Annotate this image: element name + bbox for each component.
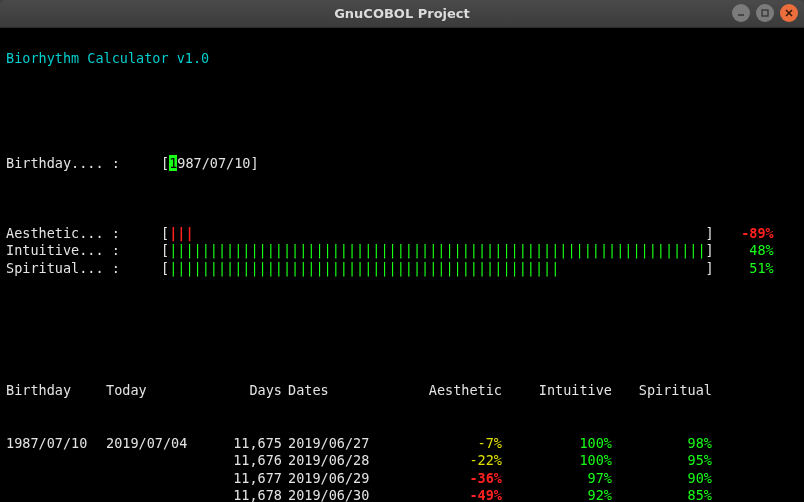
cell-today xyxy=(106,470,206,488)
birthday-input-row[interactable]: Birthday.... : [1987/07/10] xyxy=(6,155,798,173)
bar-aesthetic: Aesthetic... : [||| ]-89% xyxy=(6,225,798,243)
table-header: Birthday Today Days Dates Aesthetic Intu… xyxy=(6,382,798,400)
cell-date: 2019/06/30 xyxy=(288,487,398,502)
cell-aesthetic: -49% xyxy=(398,487,508,502)
birthday-label: Birthday.... : xyxy=(6,155,161,173)
cell-birthday xyxy=(6,452,106,470)
bar-fill: ||||||||||||||||||||||||||||||||||||||||… xyxy=(169,260,559,276)
cell-spiritual: 85% xyxy=(618,487,718,502)
cell-birthday xyxy=(6,487,106,502)
table-row: 11,6772019/06/29-36%97%90% xyxy=(6,470,798,488)
app-title: Biorhythm Calculator v1.0 xyxy=(6,50,209,66)
close-icon xyxy=(784,8,794,18)
cell-intuitive: 92% xyxy=(508,487,618,502)
table-row: 1987/07/102019/07/0411,6752019/06/27-7%1… xyxy=(6,435,798,453)
bar-fill: ||||||||||||||||||||||||||||||||||||||||… xyxy=(169,242,705,258)
cell-intuitive: 100% xyxy=(508,435,618,453)
bar-intuitive: Intuitive... : [||||||||||||||||||||||||… xyxy=(6,242,798,260)
bracket-close: ] xyxy=(250,155,258,171)
bar-pct: 51% xyxy=(714,260,774,278)
birthday-value[interactable]: 987/07/10 xyxy=(177,155,250,171)
table-row: 11,6782019/06/30-49%92%85% xyxy=(6,487,798,502)
cell-today: 2019/07/04 xyxy=(106,435,206,453)
hdr-intuitive: Intuitive xyxy=(508,382,618,400)
cell-date: 2019/06/29 xyxy=(288,470,398,488)
cell-days: 11,678 xyxy=(206,487,288,502)
cell-date: 2019/06/28 xyxy=(288,452,398,470)
bar-fill: ||| xyxy=(169,225,193,241)
cell-date: 2019/06/27 xyxy=(288,435,398,453)
bar-spiritual: Spiritual... : [||||||||||||||||||||||||… xyxy=(6,260,798,278)
minimize-icon xyxy=(736,8,746,18)
cell-spiritual: 95% xyxy=(618,452,718,470)
cell-spiritual: 90% xyxy=(618,470,718,488)
table-row: 11,6762019/06/28-22%100%95% xyxy=(6,452,798,470)
bar-label: Spiritual... : xyxy=(6,260,161,278)
bar-pct: -89% xyxy=(714,225,774,243)
svg-rect-1 xyxy=(762,10,768,16)
window-buttons xyxy=(732,4,798,22)
cell-today xyxy=(106,487,206,502)
cell-spiritual: 98% xyxy=(618,435,718,453)
hdr-aesthetic: Aesthetic xyxy=(398,382,508,400)
cell-intuitive: 100% xyxy=(508,452,618,470)
bar-label: Aesthetic... : xyxy=(6,225,161,243)
cell-intuitive: 97% xyxy=(508,470,618,488)
hdr-days: Days xyxy=(206,382,288,400)
hdr-spiritual: Spiritual xyxy=(618,382,718,400)
cell-aesthetic: -36% xyxy=(398,470,508,488)
hdr-today: Today xyxy=(106,382,206,400)
close-button[interactable] xyxy=(780,4,798,22)
window-titlebar: GnuCOBOL Project xyxy=(0,0,804,28)
cell-days: 11,675 xyxy=(206,435,288,453)
window-title: GnuCOBOL Project xyxy=(334,6,470,21)
bracket-open: [ xyxy=(161,155,169,171)
cell-days: 11,676 xyxy=(206,452,288,470)
terminal: Biorhythm Calculator v1.0 Birthday.... :… xyxy=(0,28,804,502)
cell-days: 11,677 xyxy=(206,470,288,488)
cell-today xyxy=(106,452,206,470)
hdr-dates: Dates xyxy=(288,382,398,400)
bar-pct: 48% xyxy=(714,242,774,260)
maximize-button[interactable] xyxy=(756,4,774,22)
cell-birthday: 1987/07/10 xyxy=(6,435,106,453)
cell-birthday xyxy=(6,470,106,488)
maximize-icon xyxy=(760,8,770,18)
hdr-birthday: Birthday xyxy=(6,382,106,400)
bar-label: Intuitive... : xyxy=(6,242,161,260)
cell-aesthetic: -7% xyxy=(398,435,508,453)
cell-aesthetic: -22% xyxy=(398,452,508,470)
minimize-button[interactable] xyxy=(732,4,750,22)
